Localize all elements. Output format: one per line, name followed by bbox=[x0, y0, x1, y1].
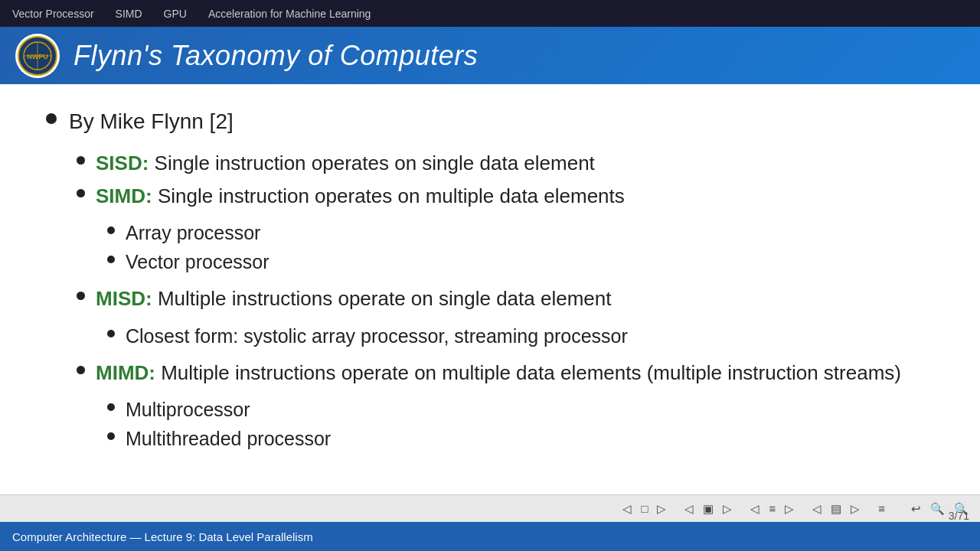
item-text-mimd: Multiple instructions operate on multipl… bbox=[155, 361, 901, 384]
item-text: Vector processor bbox=[126, 249, 270, 276]
page-number: 3/71 bbox=[949, 510, 969, 522]
nav-item-vector-processor[interactable]: Vector Processor bbox=[12, 8, 94, 20]
item-text: MIMD: Multiple instructions operate on m… bbox=[96, 360, 901, 386]
keyword-sisd: SISD: bbox=[96, 152, 149, 174]
slide-header: NWPU Flynn's Taxonomy of Computers bbox=[0, 27, 980, 84]
item-text-misd: Multiple instructions operate on single … bbox=[152, 287, 612, 310]
item-text: By Mike Flynn [2] bbox=[69, 107, 234, 136]
item-text-simd: Single instruction operates on multiple … bbox=[152, 184, 625, 207]
nav-next4-icon[interactable]: ▷ bbox=[848, 500, 862, 517]
nav-item-simd[interactable]: SIMD bbox=[116, 8, 142, 20]
item-text: MISD: Multiple instructions operate on s… bbox=[96, 285, 611, 312]
item-text: SISD: Single instruction operates on sin… bbox=[96, 150, 595, 177]
nav-grid-icon[interactable]: ▤ bbox=[828, 500, 844, 517]
list-item: SISD: Single instruction operates on sin… bbox=[77, 150, 934, 177]
nav-item-gpu[interactable]: GPU bbox=[164, 8, 187, 20]
keyword-misd: MISD: bbox=[96, 287, 152, 310]
item-text: Array processor bbox=[126, 220, 260, 246]
nav-item-accel[interactable]: Acceleration for Machine Learning bbox=[208, 8, 371, 20]
keyword-mimd: MIMD: bbox=[96, 361, 155, 384]
nav-frame-icon[interactable]: □ bbox=[639, 500, 650, 517]
undo-icon[interactable]: ↩ bbox=[909, 500, 923, 517]
slide-title: Flynn's Taxonomy of Computers bbox=[74, 40, 478, 72]
list-item: MISD: Multiple instructions operate on s… bbox=[77, 285, 934, 312]
list-item: By Mike Flynn [2] bbox=[46, 107, 934, 136]
list-item: Multithreaded processor bbox=[107, 426, 934, 452]
status-bar: Computer Architecture — Lecture 9: Data … bbox=[0, 522, 980, 551]
slide-content: By Mike Flynn [2] SISD: Single instructi… bbox=[0, 84, 980, 494]
bullet-dot bbox=[107, 432, 115, 440]
nav-next2-icon[interactable]: ▷ bbox=[720, 500, 734, 517]
item-text: Multiprocessor bbox=[126, 397, 250, 423]
item-text-sisd: Single instruction operates on single da… bbox=[149, 152, 594, 174]
keyword-simd: SIMD: bbox=[96, 184, 152, 207]
nav-prev4-icon[interactable]: ◁ bbox=[810, 500, 824, 517]
nav-slide-icon[interactable]: ▣ bbox=[701, 500, 716, 517]
zoom-out-icon[interactable]: 🔍 bbox=[928, 500, 947, 517]
bullet-dot bbox=[107, 403, 115, 411]
list-item: Vector processor bbox=[107, 249, 934, 276]
status-text: Computer Architecture — Lecture 9: Data … bbox=[12, 530, 313, 543]
nav-list-icon[interactable]: ≡ bbox=[766, 500, 778, 517]
list-item: Multiprocessor bbox=[107, 397, 934, 423]
top-nav: Vector Processor SIMD GPU Acceleration f… bbox=[0, 0, 980, 27]
bullet-dot bbox=[107, 227, 115, 234]
nav-prev2-icon[interactable]: ◁ bbox=[682, 500, 696, 517]
nav-prev3-icon[interactable]: ◁ bbox=[748, 500, 762, 517]
nav-next3-icon[interactable]: ▷ bbox=[782, 500, 796, 517]
list-item: Array processor bbox=[107, 220, 934, 246]
presentation-toolbar: ◁ □ ▷ ◁ ▣ ▷ ◁ ≡ ▷ ◁ ▤ ▷ ≡ ↩ 🔍 🔍 bbox=[0, 494, 980, 522]
nav-next-icon[interactable]: ▷ bbox=[655, 500, 668, 517]
list-item: Closest form: systolic array processor, … bbox=[107, 324, 934, 350]
university-logo: NWPU bbox=[15, 34, 60, 78]
list-item: SIMD: Single instruction operates on mul… bbox=[77, 183, 934, 210]
nav-prev-icon[interactable]: ◁ bbox=[620, 500, 634, 517]
list-item: MIMD: Multiple instructions operate on m… bbox=[77, 360, 934, 386]
item-text: Multithreaded processor bbox=[126, 426, 331, 452]
bullet-dot bbox=[46, 113, 57, 124]
bullet-dot bbox=[77, 366, 85, 374]
align-icon[interactable]: ≡ bbox=[876, 500, 887, 517]
item-text: SIMD: Single instruction operates on mul… bbox=[96, 183, 625, 210]
bullet-dot bbox=[107, 256, 115, 263]
bullet-dot bbox=[77, 189, 85, 197]
bullet-dot bbox=[107, 330, 115, 337]
bullet-dot bbox=[77, 292, 85, 300]
bullet-dot bbox=[77, 156, 85, 165]
item-text: Closest form: systolic array processor, … bbox=[126, 324, 628, 350]
